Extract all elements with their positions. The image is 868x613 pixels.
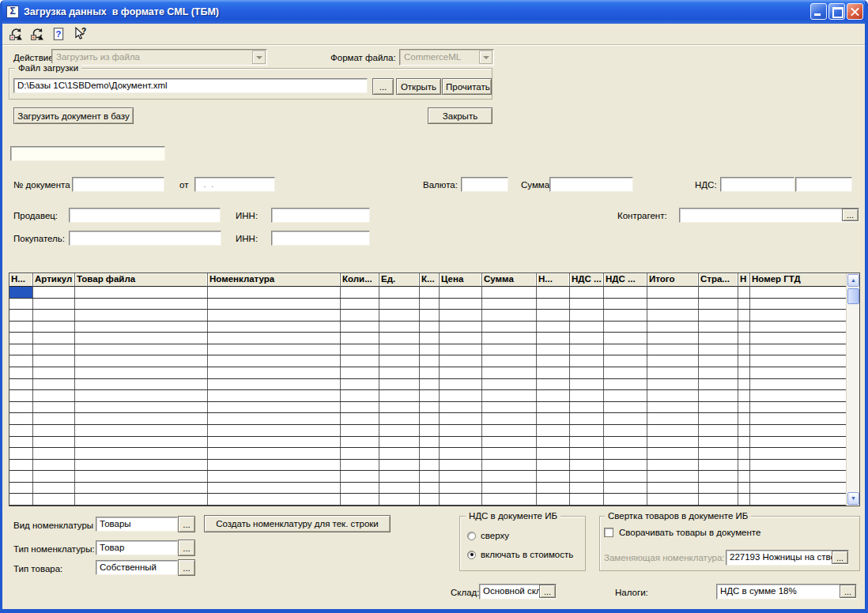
table-cell[interactable] xyxy=(537,344,570,355)
table-cell[interactable] xyxy=(537,425,570,436)
table-cell[interactable] xyxy=(33,355,75,367)
table-cell[interactable] xyxy=(440,448,482,459)
table-cell[interactable] xyxy=(341,425,379,436)
column-header[interactable]: Сумма xyxy=(482,273,537,287)
table-cell[interactable] xyxy=(75,333,208,344)
table-cell[interactable] xyxy=(647,379,699,390)
table-cell[interactable] xyxy=(738,494,750,505)
table-cell[interactable] xyxy=(537,367,570,378)
table-cell[interactable] xyxy=(647,471,699,482)
table-cell[interactable] xyxy=(208,413,341,424)
load-document-button[interactable]: Загрузить документ в базу xyxy=(13,107,134,124)
table-cell[interactable] xyxy=(208,367,341,378)
table-cell[interactable] xyxy=(9,437,33,448)
table-cell[interactable] xyxy=(341,322,379,333)
table-cell[interactable] xyxy=(440,287,482,298)
table-cell[interactable] xyxy=(482,460,537,471)
table-cell[interactable] xyxy=(33,494,75,505)
table-cell[interactable] xyxy=(537,355,570,367)
table-cell[interactable] xyxy=(420,425,440,436)
table-cell[interactable] xyxy=(440,344,482,355)
table-cell[interactable] xyxy=(604,460,647,471)
sum-input[interactable] xyxy=(549,177,633,192)
table-cell[interactable] xyxy=(33,460,75,471)
table-cell[interactable] xyxy=(738,310,750,321)
table-cell[interactable] xyxy=(750,425,847,436)
table-cell[interactable] xyxy=(699,390,738,401)
column-header[interactable]: Артикул xyxy=(33,273,75,287)
taxes-input[interactable]: НДС в сумме 18% ... xyxy=(716,584,857,600)
table-cell[interactable] xyxy=(647,448,699,459)
table-cell[interactable] xyxy=(738,413,750,424)
table-cell[interactable] xyxy=(341,344,379,355)
table-cell[interactable] xyxy=(75,310,208,321)
table-cell[interactable] xyxy=(420,299,440,310)
table-cell[interactable] xyxy=(440,299,482,310)
table-cell[interactable] xyxy=(33,322,75,333)
table-cell[interactable] xyxy=(33,287,75,298)
table-cell[interactable] xyxy=(570,310,604,321)
table-cell[interactable] xyxy=(379,287,420,298)
type-input[interactable]: Товар xyxy=(96,540,178,555)
table-cell[interactable] xyxy=(420,413,440,424)
table-cell[interactable] xyxy=(341,310,379,321)
table-cell[interactable] xyxy=(482,367,537,378)
table-cell[interactable] xyxy=(647,425,699,436)
table-cell[interactable] xyxy=(33,310,75,321)
table-cell[interactable] xyxy=(75,460,208,471)
table-cell[interactable] xyxy=(420,322,440,333)
table-cell[interactable] xyxy=(341,460,379,471)
table-cell[interactable] xyxy=(604,494,647,505)
column-header[interactable]: Цена xyxy=(440,273,482,287)
table-cell[interactable] xyxy=(699,344,738,355)
table-cell[interactable] xyxy=(208,355,341,367)
table-cell[interactable] xyxy=(482,448,537,459)
table-cell[interactable] xyxy=(440,390,482,401)
table-cell[interactable] xyxy=(9,344,33,355)
table-cell[interactable] xyxy=(33,471,75,482)
contractor-input[interactable]: ... xyxy=(679,208,859,223)
table-cell[interactable] xyxy=(379,413,420,424)
table-cell[interactable] xyxy=(75,494,208,505)
close-button[interactable] xyxy=(847,3,863,20)
table-cell[interactable] xyxy=(208,448,341,459)
table-cell[interactable] xyxy=(738,402,750,413)
table-cell[interactable] xyxy=(482,322,537,333)
table-cell[interactable] xyxy=(440,460,482,471)
currency-input[interactable] xyxy=(461,177,508,192)
file-browse-button[interactable]: ... xyxy=(372,78,394,95)
table-cell[interactable] xyxy=(9,413,33,424)
table-cell[interactable] xyxy=(570,390,604,401)
warehouse-input[interactable]: Основной склад ... xyxy=(479,584,557,600)
column-header[interactable]: Н... xyxy=(9,273,33,287)
table-cell[interactable] xyxy=(570,355,604,367)
table-cell[interactable] xyxy=(750,355,847,367)
replace-input[interactable]: 227193 Ножницы на створ ... xyxy=(726,550,849,566)
table-cell[interactable] xyxy=(420,333,440,344)
table-cell[interactable] xyxy=(379,379,420,390)
table-cell[interactable] xyxy=(379,367,420,378)
table-cell[interactable] xyxy=(75,448,208,459)
table-cell[interactable] xyxy=(208,333,341,344)
table-cell[interactable] xyxy=(647,355,699,367)
table-cell[interactable] xyxy=(341,483,379,494)
table-cell[interactable] xyxy=(208,437,341,448)
table-cell[interactable] xyxy=(33,379,75,390)
table-cell[interactable] xyxy=(738,287,750,298)
table-cell[interactable] xyxy=(9,333,33,344)
table-cell[interactable] xyxy=(440,413,482,424)
table-cell[interactable] xyxy=(9,299,33,310)
table-cell[interactable] xyxy=(420,310,440,321)
table-cell[interactable] xyxy=(604,355,647,367)
table-cell[interactable] xyxy=(750,483,847,494)
table-cell[interactable] xyxy=(379,402,420,413)
table-cell[interactable] xyxy=(482,310,537,321)
table-cell[interactable] xyxy=(379,355,420,367)
type-browse-button[interactable]: ... xyxy=(178,540,195,556)
table-cell[interactable] xyxy=(341,379,379,390)
table-cell[interactable] xyxy=(699,483,738,494)
table-cell[interactable] xyxy=(738,460,750,471)
table-cell[interactable] xyxy=(420,448,440,459)
contractor-browse-button[interactable]: ... xyxy=(842,209,859,221)
table-cell[interactable] xyxy=(570,299,604,310)
